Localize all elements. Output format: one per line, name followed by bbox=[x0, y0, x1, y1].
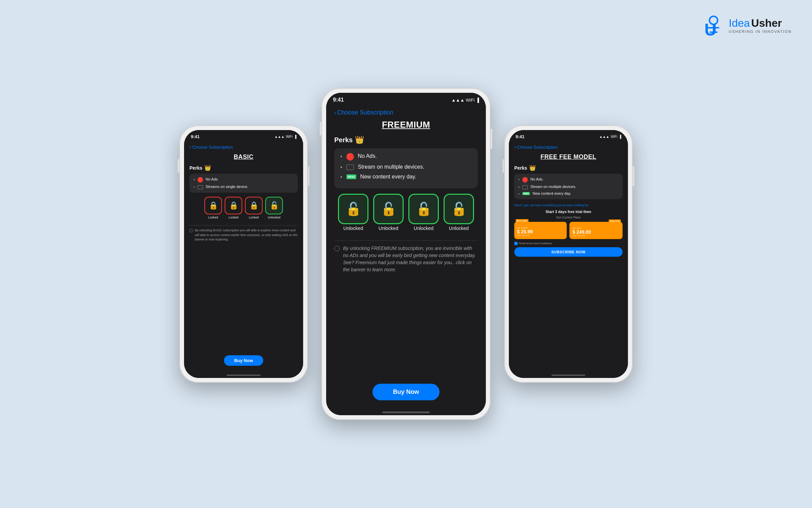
terms-text: Read terms and Conditions. bbox=[519, 242, 552, 245]
badge-bestseller: Best seller bbox=[516, 219, 528, 223]
lock-item-c1: 🔓 Unlocked bbox=[338, 194, 368, 231]
perks-label-right: Perks 👑 bbox=[514, 165, 623, 171]
status-bar-left: 9:41 ▲▲▲ WiFi ▐ bbox=[184, 130, 303, 141]
notch-left bbox=[223, 130, 264, 140]
perk-device-right: • Stream on multiple devices. bbox=[518, 185, 618, 189]
lock-item-1: 🔒 Locked bbox=[204, 197, 222, 219]
device-icon-center bbox=[346, 165, 354, 170]
device-icon-right bbox=[522, 185, 528, 189]
back-button-right[interactable]: ‹ Choose Subscription bbox=[514, 144, 558, 150]
plan-monthly-period: per month bbox=[517, 227, 564, 229]
badge-save: Save 57% bbox=[609, 219, 621, 223]
terms-checkbox[interactable]: ✓ bbox=[514, 242, 518, 245]
phones-container: 9:41 ▲▲▲ WiFi ▐ ‹ Choose Subscription B bbox=[0, 0, 812, 508]
perk-new-center: • NEW New content every day. bbox=[340, 174, 472, 180]
logo-icon: U bbox=[702, 14, 725, 37]
home-indicator-right bbox=[509, 371, 628, 378]
logo-usher: Usher bbox=[751, 17, 782, 29]
lock-grid-center: 🔓 Unlocked 🔓 Unlocked 🔓 Unlocked 🔓 Unloc… bbox=[334, 194, 478, 231]
back-button-center[interactable]: ‹ Choose Subscription bbox=[334, 109, 393, 116]
home-bar-left bbox=[227, 375, 261, 376]
desc-left: By unlocking BASIC subscription you will… bbox=[189, 228, 298, 242]
screen-content-center: ‹ Choose Subscription FREEMIUM Perks 👑 •… bbox=[326, 104, 486, 408]
lock-label-c3: Unlocked bbox=[414, 226, 433, 231]
plan-monthly-note: after trail ends bbox=[517, 234, 564, 236]
chevron-left-icon: ‹ bbox=[189, 144, 191, 150]
crown-icon-right: 👑 bbox=[529, 165, 536, 171]
time-right: 9:41 bbox=[516, 134, 524, 139]
nav-row-left: ‹ Choose Subscription bbox=[189, 144, 298, 150]
logo-idea: Idea bbox=[729, 17, 750, 29]
chevron-right-icon: ‹ bbox=[514, 144, 516, 150]
signal-icon-center: ▲▲▲ bbox=[451, 98, 465, 103]
battery-icon-right: ▐ bbox=[619, 135, 621, 139]
screen-content-right: ‹ Choose Subscription FREE FEE MODEL Per… bbox=[509, 141, 628, 371]
no-ads-icon-left: 🚫 bbox=[198, 177, 203, 183]
signal-icon-left: ▲▲▲ bbox=[274, 135, 285, 139]
time-left: 9:41 bbox=[191, 134, 200, 139]
back-button-left[interactable]: ‹ Choose Subscription bbox=[189, 144, 233, 150]
nav-row-right: ‹ Choose Subscription bbox=[514, 144, 623, 150]
plan-yearly-note: after trial ends bbox=[572, 235, 619, 237]
phone-center-inner: 9:41 ▲▲▲ WiFi ▐ ‹ Choose Subscription F bbox=[326, 93, 486, 415]
notch-center bbox=[379, 93, 433, 105]
home-bar-right bbox=[551, 375, 585, 376]
phone-center: 9:41 ▲▲▲ WiFi ▐ ‹ Choose Subscription F bbox=[321, 88, 491, 420]
lock-item-c4: 🔓 Unlocked bbox=[444, 194, 474, 231]
screen-content-left: ‹ Choose Subscription BASIC Perks 👑 • 🚫 bbox=[184, 141, 303, 371]
notch-right bbox=[548, 130, 589, 140]
promo-text-right: More? yes, we have something you've been… bbox=[514, 203, 623, 208]
trial-text-right: Start 3 days free trial then bbox=[514, 210, 623, 214]
lock-item-c3: 🔓 Unlocked bbox=[408, 194, 439, 231]
lock-label-c4: Unlocked bbox=[449, 226, 469, 231]
plan-monthly-price: $ 25.99 bbox=[517, 229, 564, 234]
divider-left bbox=[189, 225, 298, 226]
crown-icon-center: 👑 bbox=[355, 135, 364, 144]
lock-label-1: Locked bbox=[208, 216, 218, 219]
buy-button-center[interactable]: Buy Now bbox=[373, 384, 439, 400]
lock-box-c1: 🔓 bbox=[338, 194, 368, 224]
status-icons-center: ▲▲▲ WiFi ▐ bbox=[451, 98, 479, 103]
status-icons-right: ▲▲▲ WiFi ▐ bbox=[599, 135, 621, 139]
home-indicator-center bbox=[326, 408, 486, 415]
logo-text: Idea Usher USHERING IN INNOVATION bbox=[729, 17, 792, 33]
time-center: 9:41 bbox=[333, 97, 344, 103]
new-icon-right: NEW bbox=[522, 192, 530, 195]
lock-box-1: 🔒 bbox=[204, 197, 222, 214]
divider-center bbox=[334, 240, 478, 241]
status-icons-left: ▲▲▲ WiFi ▐ bbox=[274, 135, 296, 139]
perk-new-right: • NEW New content every day. bbox=[518, 191, 618, 196]
home-bar-center bbox=[382, 411, 430, 413]
crown-icon-left: 👑 bbox=[204, 165, 211, 171]
subscribe-button[interactable]: SUBSCRIBE NOW bbox=[514, 247, 623, 257]
lock-label-4: Unlocked bbox=[268, 216, 280, 219]
perks-list-center: • 🚫 No Ads. • Stream on multiple devices… bbox=[334, 148, 478, 188]
signal-icon-right: ▲▲▲ bbox=[599, 135, 609, 139]
plan-card-monthly[interactable]: Best seller per month $ 25.99 after trai… bbox=[514, 222, 567, 239]
lock-label-c2: Unlocked bbox=[379, 226, 398, 231]
perks-label-center: Perks 👑 bbox=[334, 135, 478, 144]
phone-left-inner: 9:41 ▲▲▲ WiFi ▐ ‹ Choose Subscription B bbox=[184, 130, 303, 378]
plan-title-left: BASIC bbox=[189, 153, 298, 161]
plan-card-yearly[interactable]: Save 57% per year $ 249.00 after trial e… bbox=[569, 222, 623, 239]
perk-device-left: • Streams on single device. bbox=[194, 185, 294, 189]
battery-icon-left: ▐ bbox=[294, 135, 296, 139]
status-bar-right: 9:41 ▲▲▲ WiFi ▐ bbox=[509, 130, 628, 141]
plans-grid-right: Best seller per month $ 25.99 after trai… bbox=[514, 222, 623, 239]
buy-button-left[interactable]: Buy Now bbox=[224, 355, 263, 366]
terms-row-right: ✓ Read terms and Conditions. bbox=[514, 242, 623, 245]
lock-item-4: 🔓 Unlocked bbox=[265, 197, 283, 219]
lock-box-3: 🔒 bbox=[245, 197, 263, 214]
wifi-icon-left: WiFi bbox=[286, 135, 293, 139]
no-ads-icon-center: 🚫 bbox=[346, 153, 354, 161]
radio-left bbox=[189, 229, 193, 232]
perk-no-ads-center: • 🚫 No Ads. bbox=[340, 153, 472, 161]
lock-label-3: Locked bbox=[249, 216, 258, 219]
plan-title-right: FREE FEE MODEL bbox=[514, 153, 623, 161]
perk-no-ads-right: • 🚫 No Ads. bbox=[518, 177, 618, 183]
new-icon-center: NEW bbox=[346, 174, 356, 179]
battery-icon-center: ▐ bbox=[476, 98, 479, 103]
perk-no-ads-left: • 🚫 No Ads. bbox=[194, 177, 294, 183]
no-ads-icon-right: 🚫 bbox=[522, 177, 528, 183]
phone-right: 9:41 ▲▲▲ WiFi ▐ ‹ Choose Subscription F bbox=[504, 125, 633, 383]
